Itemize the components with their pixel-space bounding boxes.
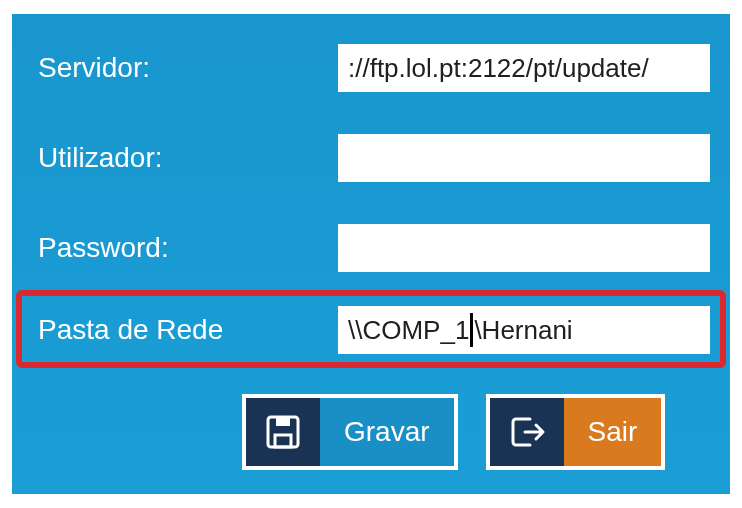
label-utilizador: Utilizador: xyxy=(38,142,338,174)
exit-icon xyxy=(490,398,564,466)
save-icon xyxy=(246,398,320,466)
row-pasta-de-rede: Pasta de Rede \\COMP_1\Hernani xyxy=(38,306,710,354)
button-bar: Gravar Sair xyxy=(242,394,665,470)
sair-button[interactable]: Sair xyxy=(486,394,666,470)
input-servidor[interactable] xyxy=(338,44,710,92)
input-utilizador[interactable] xyxy=(338,134,710,182)
label-pasta-de-rede: Pasta de Rede xyxy=(38,314,338,346)
row-utilizador: Utilizador: xyxy=(38,134,710,182)
row-password: Password: xyxy=(38,224,710,272)
pasta-value-after: \Hernani xyxy=(474,315,572,346)
input-password[interactable] xyxy=(338,224,710,272)
text-caret xyxy=(470,313,473,347)
sair-label: Sair xyxy=(564,398,662,466)
gravar-button[interactable]: Gravar xyxy=(242,394,458,470)
svg-rect-1 xyxy=(275,435,291,447)
label-servidor: Servidor: xyxy=(38,52,338,84)
svg-rect-2 xyxy=(276,417,290,426)
gravar-label: Gravar xyxy=(320,398,454,466)
row-servidor: Servidor: xyxy=(38,44,710,92)
pasta-value-before: \\COMP_1 xyxy=(348,315,469,346)
label-password: Password: xyxy=(38,232,338,264)
input-pasta-de-rede[interactable]: \\COMP_1\Hernani xyxy=(338,306,710,354)
settings-panel: Servidor: Utilizador: Password: Pasta de… xyxy=(12,14,730,494)
